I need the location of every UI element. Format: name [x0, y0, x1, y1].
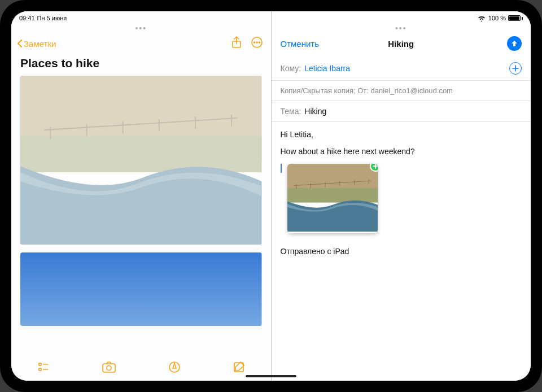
- status-bar-left: 09:41 Пн 5 июня: [11, 11, 271, 24]
- svg-rect-6: [20, 136, 262, 172]
- text-cursor: [281, 164, 282, 173]
- compose-button[interactable]: [233, 361, 245, 376]
- dragged-attachment[interactable]: [287, 164, 378, 233]
- svg-rect-5: [20, 76, 262, 160]
- pencil-tip-icon: [168, 361, 181, 373]
- screen: 09:41 Пн 5 июня ••• Заметки: [11, 11, 531, 381]
- plus-icon: [373, 164, 378, 169]
- svg-point-20: [107, 366, 111, 371]
- battery-percentage: 100 %: [488, 15, 506, 21]
- more-circle-icon: [251, 36, 263, 49]
- svg-point-15: [39, 363, 41, 365]
- to-recipient[interactable]: Leticia Ibarra: [304, 64, 350, 73]
- status-time: 09:41: [19, 15, 35, 21]
- ipad-frame: 09:41 Пн 5 июня ••• Заметки: [0, 0, 542, 392]
- markup-button[interactable]: [168, 361, 181, 376]
- mail-body-editor[interactable]: Hi Letitia, How about a hike here next w…: [272, 122, 531, 381]
- battery-icon: [508, 15, 523, 21]
- multitasking-dots-icon[interactable]: •••: [395, 24, 407, 33]
- compose-icon: [233, 361, 245, 373]
- share-icon: [231, 36, 242, 49]
- camera-button[interactable]: [102, 361, 116, 376]
- subject-label: Тема:: [281, 107, 301, 116]
- cc-bcc-from-field[interactable]: Копия/Скрытая копия; От: daniel_rico1@ic…: [272, 81, 531, 101]
- landscape-rock-arch-image: [20, 252, 262, 326]
- body-line-1: How about a hike here next weekend?: [281, 147, 522, 156]
- svg-point-16: [39, 368, 41, 371]
- mail-compose-pane: 100 % ••• Отменить Hiking Кому: Leticia …: [272, 11, 531, 381]
- note-body[interactable]: [11, 76, 271, 356]
- chevron-left-icon: [17, 39, 23, 48]
- home-indicator[interactable]: [246, 375, 296, 377]
- svg-point-3: [256, 42, 257, 43]
- arrow-up-icon: [510, 40, 518, 47]
- notes-toolbar: [11, 356, 271, 381]
- notes-back-button[interactable]: Заметки: [17, 39, 56, 49]
- multitasking-dots-icon[interactable]: •••: [135, 24, 147, 33]
- landscape-river-image: [20, 76, 262, 245]
- body-greeting: Hi Letitia,: [281, 130, 522, 139]
- svg-rect-19: [103, 364, 115, 372]
- cc-bcc-from-text: Копия/Скрытая копия; От: daniel_rico1@ic…: [281, 86, 453, 95]
- subject-field[interactable]: Тема: Hiking: [272, 101, 531, 122]
- svg-point-4: [259, 42, 260, 43]
- subject-value: Hiking: [304, 107, 326, 116]
- svg-rect-14: [20, 252, 262, 326]
- svg-line-7: [45, 118, 238, 130]
- plus-icon: [512, 65, 519, 72]
- share-button[interactable]: [231, 36, 242, 51]
- svg-point-2: [253, 42, 255, 43]
- checklist-icon: [37, 361, 50, 373]
- to-field[interactable]: Кому: Leticia Ibarra: [272, 56, 531, 81]
- checklist-button[interactable]: [37, 361, 50, 376]
- status-bar-right: 100 %: [272, 11, 531, 24]
- wifi-icon: [477, 15, 486, 21]
- camera-icon: [102, 361, 116, 373]
- landscape-river-thumbnail: [287, 164, 378, 232]
- to-label: Кому:: [281, 64, 301, 73]
- send-button[interactable]: [507, 36, 522, 51]
- mail-signature: Отправлено с iPad: [281, 247, 522, 256]
- note-image-1[interactable]: [20, 76, 262, 245]
- more-button[interactable]: [251, 36, 263, 51]
- mail-compose-title: Hiking: [388, 39, 414, 49]
- notes-back-label: Заметки: [24, 39, 56, 49]
- notes-app-pane: 09:41 Пн 5 июня ••• Заметки: [11, 11, 271, 381]
- note-title: Places to hike: [11, 54, 271, 76]
- cancel-button[interactable]: Отменить: [281, 39, 320, 49]
- add-recipient-button[interactable]: [509, 62, 522, 75]
- svg-rect-24: [287, 188, 378, 203]
- note-image-2[interactable]: [20, 252, 262, 326]
- status-date: Пн 5 июня: [37, 15, 67, 21]
